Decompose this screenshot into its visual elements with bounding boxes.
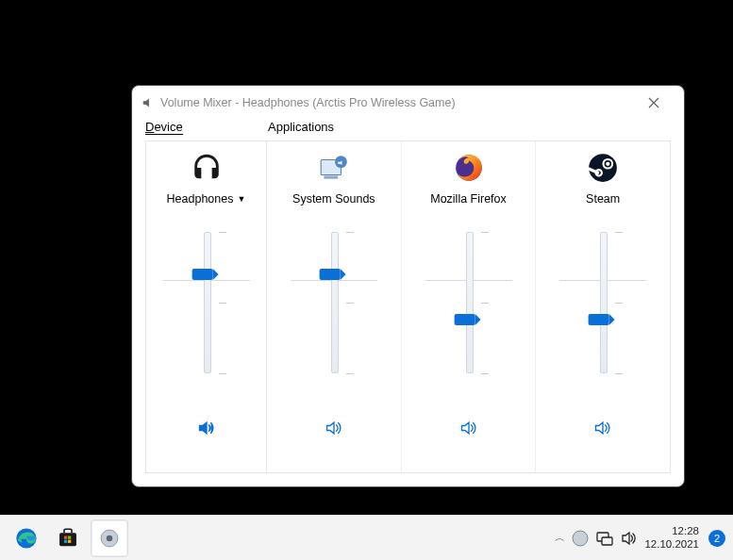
svg-rect-11 xyxy=(68,535,71,538)
taskbar-item-volume-mixer[interactable] xyxy=(91,519,128,557)
app-label: Mozilla Firefox xyxy=(430,192,507,206)
slider-thumb[interactable] xyxy=(454,314,475,325)
volume-mixer-window: Volume Mixer - Headphones (Arctis Pro Wi… xyxy=(131,85,685,487)
svg-rect-10 xyxy=(64,535,67,538)
app-panel-firefox: Mozilla Firefox xyxy=(402,141,537,472)
window-title: Volume Mixer - Headphones (Arctis Pro Wi… xyxy=(160,96,633,109)
app-panel-system-sounds: System Sounds xyxy=(267,141,402,472)
clock-date: 12.10.2021 xyxy=(644,538,699,551)
device-volume-slider[interactable] xyxy=(169,232,244,392)
system-sounds-icon xyxy=(318,152,350,184)
device-section-label: Device xyxy=(145,120,268,140)
device-panel: Headphones ▼ xyxy=(146,141,267,472)
applications-section-label: Applications xyxy=(268,120,334,140)
steam-icon xyxy=(587,152,619,184)
svg-rect-18 xyxy=(602,537,612,545)
app-volume-slider[interactable] xyxy=(565,232,641,392)
svg-point-6 xyxy=(606,162,609,166)
app-mute-button[interactable] xyxy=(591,417,614,439)
titlebar[interactable]: Volume Mixer - Headphones (Arctis Pro Wi… xyxy=(132,86,684,120)
headphones-icon xyxy=(191,152,223,184)
app-mute-button[interactable] xyxy=(458,417,480,439)
firefox-icon xyxy=(453,152,485,184)
volume-icon xyxy=(459,419,478,437)
app-volume-slider[interactable] xyxy=(296,232,372,392)
slider-thumb[interactable] xyxy=(192,269,212,280)
volume-icon xyxy=(197,419,216,437)
chevron-down-icon: ▼ xyxy=(237,194,245,204)
network-icon[interactable] xyxy=(595,529,614,548)
clock-time: 12:28 xyxy=(644,525,699,537)
taskbar-clock[interactable]: 12:28 12.10.2021 xyxy=(644,525,699,550)
svg-rect-12 xyxy=(64,539,67,542)
speaker-icon xyxy=(142,96,155,109)
svg-point-15 xyxy=(107,535,113,541)
taskbar: ︿ 12:28 12.10.2021 2 xyxy=(0,515,733,560)
edge-icon xyxy=(14,526,39,551)
svg-point-4 xyxy=(589,154,617,182)
app-volume-slider[interactable] xyxy=(431,232,507,392)
app-panel-steam: Steam xyxy=(536,141,670,472)
tray-app-icon[interactable] xyxy=(571,529,590,548)
device-mute-button[interactable] xyxy=(195,417,218,439)
svg-rect-9 xyxy=(59,533,76,546)
svg-point-16 xyxy=(573,531,588,546)
close-icon xyxy=(648,97,659,108)
device-selector[interactable]: Headphones ▼ xyxy=(167,189,246,209)
mixer-panels: Headphones ▼ xyxy=(145,140,671,473)
app-mute-button[interactable] xyxy=(323,417,345,439)
app-label: System Sounds xyxy=(292,192,375,206)
device-label: Headphones xyxy=(167,192,234,206)
volume-icon xyxy=(325,419,343,437)
notification-badge[interactable]: 2 xyxy=(708,530,725,547)
volume-mixer-icon xyxy=(97,526,122,551)
taskbar-item-edge[interactable] xyxy=(8,519,45,557)
speaker-tray-icon[interactable] xyxy=(620,529,639,548)
slider-thumb[interactable] xyxy=(319,269,340,280)
microsoft-store-icon xyxy=(56,526,80,551)
tray-overflow-button[interactable]: ︿ xyxy=(555,531,565,545)
app-label: Steam xyxy=(586,192,620,206)
svg-rect-1 xyxy=(324,176,338,179)
slider-thumb[interactable] xyxy=(589,314,609,325)
svg-rect-13 xyxy=(68,539,71,542)
taskbar-item-store[interactable] xyxy=(49,519,87,557)
volume-icon xyxy=(593,419,612,437)
close-button[interactable] xyxy=(633,88,675,118)
